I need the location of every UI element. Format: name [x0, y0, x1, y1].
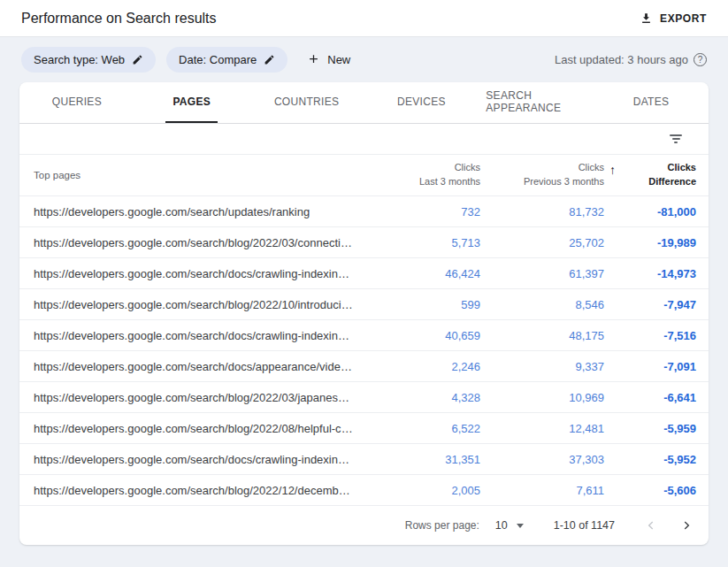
chevron-down-icon: [517, 524, 524, 528]
new-filter-button[interactable]: New: [307, 52, 350, 68]
dimension-tabs: QUERIES PAGES COUNTRIES DEVICES SEARCH A…: [19, 82, 709, 124]
tab-countries[interactable]: COUNTRIES: [249, 82, 364, 123]
clicks-last-value: 46,424: [365, 267, 480, 280]
tab-search-appearance[interactable]: SEARCH APPEARANCE: [479, 82, 594, 123]
page-url[interactable]: https://developers.google.com/search/blo…: [34, 236, 365, 249]
clicks-difference-value: -6,641: [604, 391, 696, 404]
table-row[interactable]: https://developers.google.com/search/doc…: [19, 444, 709, 475]
rows-per-page-label: Rows per page:: [405, 519, 479, 532]
clicks-last-value: 6,522: [365, 422, 480, 435]
clicks-previous-value: 10,969: [480, 391, 604, 404]
results-card: QUERIES PAGES COUNTRIES DEVICES SEARCH A…: [19, 82, 709, 545]
pagination-range: 1-10 of 1147: [554, 519, 615, 532]
edit-pencil-icon: [132, 54, 143, 65]
table-row[interactable]: https://developers.google.com/search/doc…: [19, 258, 709, 289]
clicks-difference-value: -7,516: [604, 329, 696, 342]
clicks-previous-value: 37,303: [480, 453, 604, 466]
search-type-chip[interactable]: Search type: Web: [21, 47, 156, 73]
clicks-last-value: 40,659: [365, 329, 480, 342]
page-url[interactable]: https://developers.google.com/search/doc…: [34, 267, 365, 280]
last-updated: Last updated: 3 hours ago ?: [555, 53, 707, 66]
table-row[interactable]: https://developers.google.com/search/blo…: [19, 413, 709, 444]
chevron-left-icon: [645, 519, 657, 532]
clicks-last-value: 31,351: [365, 453, 480, 466]
clicks-difference-value: -7,947: [604, 298, 696, 311]
column-header-clicks-previous[interactable]: Clicks Previous 3 months: [480, 161, 604, 189]
page-url[interactable]: https://developers.google.com/search/upd…: [34, 205, 365, 218]
page-url[interactable]: https://developers.google.com/search/blo…: [34, 298, 365, 311]
rows-per-page-value: 10: [495, 519, 508, 532]
clicks-difference-value: -7,091: [604, 360, 696, 373]
previous-page-button[interactable]: [641, 516, 661, 535]
table-toolbar: [19, 124, 709, 155]
filter-list-icon[interactable]: [666, 131, 686, 147]
table-row[interactable]: https://developers.google.com/search/doc…: [19, 351, 709, 382]
clicks-previous-value: 25,702: [480, 236, 604, 249]
clicks-previous-value: 7,611: [480, 484, 604, 497]
tab-devices[interactable]: DEVICES: [364, 82, 479, 123]
clicks-difference-value: -5,959: [604, 422, 696, 435]
clicks-previous-value: 81,732: [480, 205, 604, 218]
column-header-clicks-last[interactable]: Clicks Last 3 months: [365, 161, 480, 189]
clicks-last-value: 599: [365, 298, 480, 311]
column-header-top-pages[interactable]: Top pages: [34, 170, 365, 180]
tab-pages[interactable]: PAGES: [134, 82, 249, 123]
page-url[interactable]: https://developers.google.com/search/doc…: [34, 453, 365, 466]
clicks-last-value: 2,246: [365, 360, 480, 373]
table-body: https://developers.google.com/search/upd…: [19, 196, 709, 506]
table-row[interactable]: https://developers.google.com/search/blo…: [19, 289, 709, 320]
help-icon[interactable]: ?: [694, 53, 707, 66]
page-url[interactable]: https://developers.google.com/search/blo…: [34, 391, 365, 404]
table-row[interactable]: https://developers.google.com/search/doc…: [19, 320, 709, 351]
export-label: EXPORT: [660, 12, 707, 25]
column-header-clicks-difference[interactable]: ↑ Clicks Difference: [604, 161, 696, 189]
clicks-last-value: 732: [365, 205, 480, 218]
page-url[interactable]: https://developers.google.com/search/doc…: [34, 329, 365, 342]
new-label: New: [327, 53, 350, 66]
table-row[interactable]: https://developers.google.com/search/blo…: [19, 227, 709, 258]
next-page-button[interactable]: [677, 516, 696, 535]
page-url[interactable]: https://developers.google.com/search/doc…: [34, 360, 365, 373]
clicks-last-value: 4,328: [365, 391, 480, 404]
clicks-previous-value: 61,397: [480, 267, 604, 280]
clicks-last-value: 5,713: [365, 236, 480, 249]
table-header-row: Top pages Clicks Last 3 months Clicks Pr…: [19, 155, 709, 196]
chip-label: Date: Compare: [179, 53, 257, 66]
plus-icon: [307, 52, 320, 68]
tab-dates[interactable]: DATES: [594, 82, 709, 123]
clicks-difference-value: -5,606: [604, 484, 696, 497]
filter-bar: Search type: Web Date: Compare New Last …: [0, 37, 728, 82]
date-compare-chip[interactable]: Date: Compare: [166, 47, 287, 73]
rows-per-page-select[interactable]: 10: [495, 519, 524, 532]
tab-queries[interactable]: QUERIES: [19, 82, 134, 123]
clicks-previous-value: 48,175: [480, 329, 604, 342]
clicks-previous-value: 9,337: [480, 360, 604, 373]
last-updated-text: Last updated: 3 hours ago: [555, 53, 688, 66]
clicks-previous-value: 12,481: [480, 422, 604, 435]
table-row[interactable]: https://developers.google.com/search/blo…: [19, 475, 709, 506]
clicks-difference-value: -14,973: [604, 267, 696, 280]
table-row[interactable]: https://developers.google.com/search/upd…: [19, 196, 709, 227]
clicks-previous-value: 8,546: [480, 298, 604, 311]
clicks-last-value: 2,005: [365, 484, 480, 497]
clicks-difference-value: -19,989: [604, 236, 696, 249]
chevron-right-icon: [680, 519, 693, 532]
download-icon: [640, 11, 653, 25]
clicks-difference-value: -81,000: [604, 205, 696, 218]
export-button[interactable]: EXPORT: [640, 11, 707, 25]
clicks-difference-value: -5,952: [604, 453, 696, 466]
page-title: Performance on Search results: [21, 11, 217, 27]
top-bar: Performance on Search results EXPORT: [0, 0, 728, 37]
edit-pencil-icon: [264, 54, 275, 65]
page-url[interactable]: https://developers.google.com/search/blo…: [34, 484, 365, 497]
chip-label: Search type: Web: [34, 53, 125, 66]
page-url[interactable]: https://developers.google.com/search/blo…: [34, 422, 365, 435]
sort-ascending-icon: ↑: [609, 161, 616, 179]
table-row[interactable]: https://developers.google.com/search/blo…: [19, 382, 709, 413]
pagination-bar: Rows per page: 10 1-10 of 1147: [19, 506, 709, 545]
